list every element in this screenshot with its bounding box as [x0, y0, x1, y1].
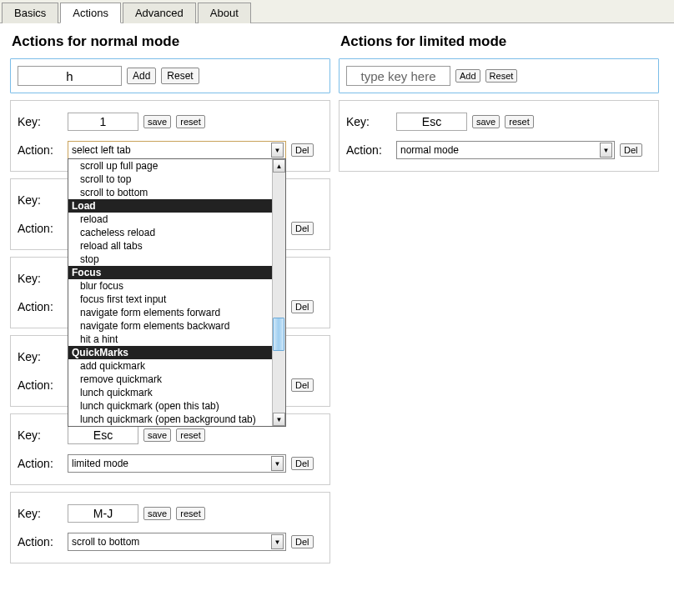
- action-select[interactable]: scroll to bottom▼: [68, 533, 286, 551]
- key-label: Key:: [18, 507, 63, 520]
- normal-mode-title: Actions for normal mode: [12, 33, 329, 50]
- delete-button[interactable]: Del: [291, 143, 314, 157]
- action-select-value: select left tab: [72, 144, 131, 156]
- tab-basics[interactable]: Basics: [2, 3, 58, 23]
- action-label: Action:: [18, 222, 63, 235]
- delete-button[interactable]: Del: [291, 378, 314, 392]
- dropdown-item[interactable]: scroll to bottom: [68, 186, 272, 199]
- action-select-value: limited mode: [72, 458, 128, 469]
- tab-about[interactable]: About: [198, 3, 251, 23]
- normal-reset-button[interactable]: Reset: [161, 68, 199, 84]
- normal-key-input[interactable]: [18, 66, 122, 86]
- action-box: Key:EscsaveresetAction:normal mode▼Del: [339, 100, 659, 172]
- dropdown-item[interactable]: navigate form elements backward: [68, 319, 272, 333]
- scroll-down-icon[interactable]: ▼: [273, 413, 285, 426]
- tab-bar: BasicsActionsAdvancedAbout: [0, 0, 674, 23]
- content-area: Actions for normal mode Add Reset Key:1s…: [0, 23, 674, 575]
- dropdown-group: Focus: [68, 266, 272, 279]
- key-label: Key:: [18, 350, 63, 363]
- reset-button[interactable]: reset: [176, 507, 204, 520]
- dropdown-item[interactable]: reload all tabs: [68, 239, 272, 253]
- action-box: Key:1saveresetAction:select left tab▼scr…: [10, 100, 330, 172]
- limited-mode-title: Actions for limited mode: [340, 33, 657, 50]
- tab-actions[interactable]: Actions: [60, 3, 121, 23]
- dropdown-item[interactable]: scroll to top: [68, 173, 272, 186]
- key-display[interactable]: M-J: [68, 504, 138, 523]
- action-dropdown-list[interactable]: scroll up full pagescroll to topscroll t…: [68, 158, 286, 427]
- key-display[interactable]: 1: [68, 113, 138, 131]
- action-select[interactable]: limited mode▼: [68, 454, 286, 473]
- dropdown-scrollbar[interactable]: ▲▼: [272, 159, 285, 426]
- key-label: Key:: [346, 115, 391, 128]
- dropdown-item[interactable]: lunch quickmark (open this tab): [68, 399, 272, 413]
- chevron-down-icon[interactable]: ▼: [271, 534, 284, 549]
- action-label: Action:: [18, 457, 63, 470]
- delete-button[interactable]: Del: [291, 457, 314, 470]
- dropdown-group: QuickMarks: [68, 346, 272, 359]
- save-button[interactable]: save: [143, 507, 171, 520]
- dropdown-item[interactable]: blur focus: [68, 279, 272, 293]
- action-box: Key:M-JsaveresetAction:scroll to bottom▼…: [10, 492, 330, 563]
- dropdown-group: Load: [68, 199, 272, 213]
- dropdown-item[interactable]: reload: [68, 213, 272, 226]
- tab-advanced[interactable]: Advanced: [123, 3, 196, 23]
- reset-button[interactable]: reset: [176, 428, 204, 442]
- action-select-value: normal mode: [400, 144, 459, 156]
- key-label: Key:: [18, 115, 63, 128]
- key-label: Key:: [18, 428, 63, 442]
- action-label: Action:: [18, 535, 63, 548]
- dropdown-item[interactable]: lunch quickmark (open background tab): [68, 413, 272, 426]
- dropdown-item[interactable]: focus first text input: [68, 293, 272, 306]
- dropdown-item[interactable]: remove quickmark: [68, 373, 272, 386]
- delete-button[interactable]: Del: [291, 535, 314, 548]
- dropdown-item[interactable]: hit a hint: [68, 333, 272, 346]
- key-display[interactable]: Esc: [68, 426, 138, 444]
- action-select-value: scroll to bottom: [72, 536, 139, 548]
- reset-button[interactable]: reset: [505, 115, 533, 128]
- key-label: Key:: [18, 193, 63, 207]
- scroll-thumb[interactable]: [273, 318, 284, 351]
- normal-add-button[interactable]: Add: [127, 68, 156, 84]
- limited-mode-column: Actions for limited mode Add Reset Key:E…: [339, 28, 659, 570]
- limited-add-box: Add Reset: [339, 58, 659, 93]
- action-label: Action:: [346, 143, 391, 157]
- limited-key-input[interactable]: [346, 66, 450, 86]
- delete-button[interactable]: Del: [291, 222, 314, 235]
- normal-add-box: Add Reset: [10, 58, 330, 93]
- dropdown-item[interactable]: navigate form elements forward: [68, 306, 272, 319]
- limited-add-button[interactable]: Add: [455, 69, 480, 83]
- normal-mode-column: Actions for normal mode Add Reset Key:1s…: [10, 28, 330, 570]
- key-display[interactable]: Esc: [396, 113, 467, 131]
- dropdown-item[interactable]: cacheless reload: [68, 226, 272, 239]
- reset-button[interactable]: reset: [176, 115, 204, 128]
- dropdown-item[interactable]: add quickmark: [68, 359, 272, 373]
- chevron-down-icon[interactable]: ▼: [271, 143, 284, 158]
- action-label: Action:: [18, 143, 63, 157]
- dropdown-item[interactable]: stop: [68, 253, 272, 266]
- action-select[interactable]: select left tab▼: [68, 141, 286, 159]
- dropdown-item[interactable]: scroll up full page: [68, 159, 272, 173]
- delete-button[interactable]: Del: [620, 143, 642, 157]
- scroll-up-icon[interactable]: ▲: [273, 159, 285, 173]
- action-label: Action:: [18, 300, 63, 313]
- save-button[interactable]: save: [472, 115, 500, 128]
- chevron-down-icon[interactable]: ▼: [600, 143, 612, 158]
- save-button[interactable]: save: [143, 428, 171, 442]
- dropdown-item[interactable]: lunch quickmark: [68, 386, 272, 399]
- save-button[interactable]: save: [143, 115, 171, 128]
- action-select[interactable]: normal mode▼: [396, 141, 615, 159]
- limited-reset-button[interactable]: Reset: [485, 69, 518, 83]
- chevron-down-icon[interactable]: ▼: [271, 456, 284, 471]
- delete-button[interactable]: Del: [291, 300, 314, 313]
- action-label: Action:: [18, 378, 63, 392]
- key-label: Key:: [18, 272, 63, 285]
